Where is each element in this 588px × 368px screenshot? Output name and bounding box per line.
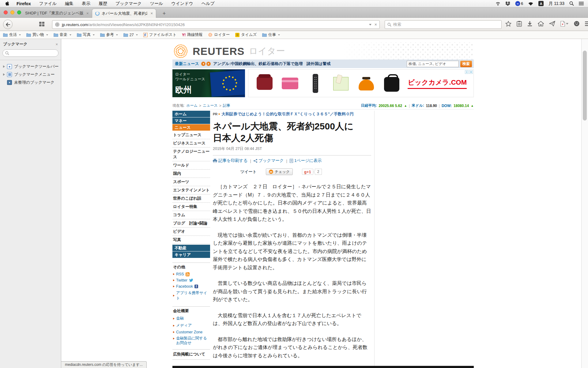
nav-link-financial-products[interactable]: 金融製品に関する お問合せ [172, 335, 210, 346]
menu-help[interactable]: ヘルプ [202, 1, 215, 6]
share-icon[interactable] [549, 21, 555, 26]
nav-item-business-news[interactable]: ビジネスニュース [172, 139, 210, 148]
nav-item-top-news[interactable]: トップニュース [172, 131, 210, 139]
menu-edit[interactable]: 編集 [65, 1, 74, 6]
reuters-logo[interactable]: REUTERS ロイター [173, 44, 285, 59]
minimize-window-button[interactable] [10, 10, 14, 14]
nav-item-technology-news[interactable]: テクノロジーニュース [172, 148, 210, 161]
single-page-link[interactable]: 1ページに表示 [290, 158, 322, 163]
notification-center-icon[interactable] [579, 2, 584, 6]
bookmark-folder-27[interactable]: 27 [123, 33, 138, 37]
mixi-check-button[interactable]: m チェック [266, 168, 293, 175]
product-image-camera-bag[interactable] [382, 72, 398, 95]
site-search-input[interactable]: 株価, ニュース, ビデオ [407, 61, 459, 67]
nikkei-label[interactable]: 日経平均: [361, 103, 377, 108]
menu-history[interactable]: 履歴 [99, 1, 107, 6]
signal-status-icon[interactable] [496, 2, 500, 6]
bookmark-star-icon[interactable] [505, 21, 511, 27]
tab-close-icon[interactable]: × [150, 11, 153, 16]
page-scrollbar[interactable] [581, 39, 588, 368]
bookmark-folder-reference[interactable]: 参考 [100, 32, 118, 37]
url-dropdown-icon[interactable] [369, 24, 371, 25]
bookmark-times[interactable]: ☲ タイムズ [235, 32, 257, 37]
bookmark-folder-photos[interactable]: 写真 [77, 32, 95, 37]
product-image-green-pack[interactable] [331, 72, 348, 95]
sidebar-item-bookmarks-toolbar[interactable]: ★ ブックマークツールバー [0, 63, 61, 71]
menu-hamburger-icon[interactable] [585, 21, 588, 26]
pdf-dropdown-icon[interactable] [566, 23, 568, 25]
nav-item-special-report[interactable]: ロイター特集 [172, 203, 210, 211]
menu-tools[interactable]: ツール [150, 1, 163, 6]
bookmark-folder-work[interactable]: 仕事 [262, 32, 280, 37]
url-input[interactable]: jp.reuters.com/article/mostViewedNews/id… [52, 20, 380, 29]
disclosure-triangle-icon[interactable] [3, 73, 5, 76]
new-tab-button[interactable]: + [160, 10, 168, 17]
back-button[interactable] [3, 20, 13, 29]
stop-loading-icon[interactable]: × [375, 22, 377, 27]
nav-link-customer-zone[interactable]: Customer Zone [172, 329, 210, 335]
bookmark-folder-life[interactable]: 生活 [3, 32, 21, 37]
close-window-button[interactable] [4, 10, 8, 14]
disclosure-triangle-icon[interactable] [3, 65, 5, 68]
nav-link-facebook[interactable]: Facebook f [172, 283, 210, 289]
tab-groups-icon[interactable] [39, 22, 44, 26]
bookmark-filepost[interactable]: F ファイルポスト [143, 32, 177, 37]
nav-item-money[interactable]: マネー [172, 117, 210, 124]
usd-label[interactable]: 米ドル: [412, 103, 424, 108]
home-icon[interactable] [538, 21, 544, 27]
bookmark-reuters[interactable]: ロイター [208, 32, 230, 37]
nav-link-rss[interactable]: RSS [172, 271, 210, 277]
bookmark-transit[interactable]: Y! 路線情報 [182, 32, 202, 37]
breadcrumb-home-link[interactable]: ホーム [186, 103, 198, 108]
nav-item-news-active[interactable]: ニュース [172, 124, 210, 131]
nav-link-mobile[interactable]: アプリ＆携帯サイト [172, 289, 210, 302]
nav-link-advertising[interactable]: 広告掲載について [172, 349, 210, 360]
bookmark-folder-shopping[interactable]: 買い物 [26, 32, 48, 37]
biccamera-logo[interactable]: ビックカメラ.COM [408, 78, 467, 89]
nav-item-oddly-enough[interactable]: 世界のこぼれ話 [172, 194, 210, 203]
spotlight-icon[interactable] [569, 1, 574, 6]
menubar-clock[interactable]: 月 11:33 [548, 1, 564, 6]
pr-ad-link[interactable]: 大和証券ではじめよう！公的な取引所ＦＸ"くりっく３６５"／手数料０円 [221, 111, 354, 117]
sidebar-close-icon[interactable]: × [55, 42, 58, 47]
nav-item-blog[interactable]: ブログ 討論×闘論 [172, 219, 210, 228]
product-image-orange-item[interactable] [357, 72, 373, 95]
menu-window[interactable]: ウインドウ [171, 1, 193, 6]
gplus-button[interactable]: g+1 [302, 169, 313, 175]
wifi-status-icon[interactable] [528, 2, 533, 6]
adchoices-info-icon[interactable]: i [465, 70, 469, 74]
nav-item-sports[interactable]: スポーツ [172, 178, 210, 186]
nav-link-twitter[interactable]: Twitter [172, 277, 210, 283]
nav-link-media[interactable]: メディア [172, 322, 210, 329]
messenger-smiley-icon[interactable] [574, 21, 580, 27]
nav-link-financial[interactable]: 金融 [172, 315, 210, 322]
menu-firefox[interactable]: Firefox [17, 1, 31, 6]
downloads-icon[interactable] [527, 21, 533, 27]
ticker-prev-button[interactable] [201, 62, 205, 66]
ticker-headline-link[interactable]: アングル:中国鉄鋼輸出、鉄鉱石価格の下落で急増 諸外国は警戒 [213, 61, 330, 67]
menu-view[interactable]: 表示 [82, 1, 90, 6]
reading-list-icon[interactable] [517, 21, 522, 27]
tweet-button[interactable]: ツイート [240, 169, 257, 174]
biccamera-ad-banner[interactable]: i × ビックカメラ.COM [248, 69, 474, 97]
tab-shop-tdf[interactable]: SHOP | TDF『東京のジェンベ販... × [22, 9, 96, 18]
nav-item-domestic[interactable]: 国内 [172, 170, 210, 178]
sidebar-search-input[interactable] [2, 49, 58, 57]
menu-file[interactable]: ファイル [39, 1, 57, 6]
tab-nepal-article[interactable]: ネパール大地震、死者約250... × [92, 9, 156, 18]
product-image-pink-pouch[interactable] [281, 72, 297, 95]
dow-label[interactable]: DOW: [442, 104, 452, 108]
nav-item-pictures[interactable]: 写真 [172, 236, 210, 244]
tab-close-icon[interactable]: × [86, 11, 89, 16]
nav-item-video[interactable]: ビデオ [172, 228, 210, 236]
menu-bookmarks[interactable]: ブックマーク [115, 1, 142, 6]
site-globe-icon[interactable] [55, 22, 60, 27]
print-article-link[interactable]: 記事を印刷する [213, 158, 247, 163]
zoom-window-button[interactable] [17, 10, 21, 14]
nav-item-realestate[interactable]: 不動産 [172, 245, 210, 251]
ad-close-icon[interactable]: × [469, 70, 473, 74]
browser-search-input[interactable]: 検索 [385, 20, 502, 29]
nav-item-column[interactable]: コラム [172, 211, 210, 219]
site-search-button[interactable]: 検索 [460, 61, 472, 67]
breadcrumb-news-link[interactable]: ニュース [203, 103, 218, 108]
